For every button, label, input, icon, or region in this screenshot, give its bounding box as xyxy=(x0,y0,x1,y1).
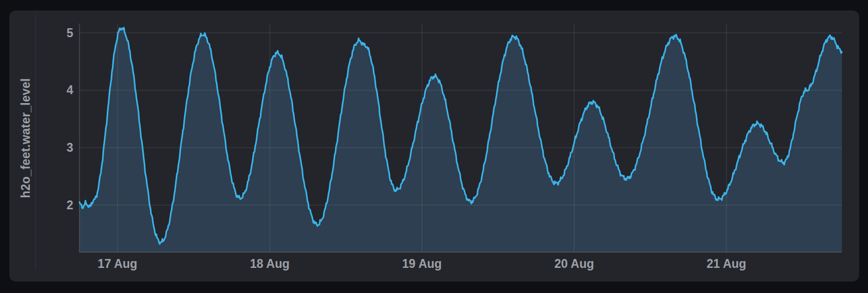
y-tick-label: 4 xyxy=(41,83,73,97)
y-tick-label: 3 xyxy=(41,140,73,155)
y-tick-label: 2 xyxy=(41,198,73,212)
chart-canvas[interactable] xyxy=(79,24,842,252)
timeseries-panel: h2o_feet.water_level 5432 17 Aug18 Aug19… xyxy=(9,10,859,281)
x-tick-label: 21 Aug xyxy=(690,256,763,271)
y-tick-label: 5 xyxy=(41,26,73,40)
x-tick-label: 18 Aug xyxy=(233,256,306,271)
y-axis-title: h2o_feet.water_level xyxy=(19,78,33,198)
y-axis-divider-line xyxy=(35,15,36,270)
chart-plot-area[interactable] xyxy=(79,24,842,252)
x-tick-label: 20 Aug xyxy=(538,256,611,271)
x-tick-label: 19 Aug xyxy=(385,256,459,271)
x-tick-label: 17 Aug xyxy=(81,256,154,271)
